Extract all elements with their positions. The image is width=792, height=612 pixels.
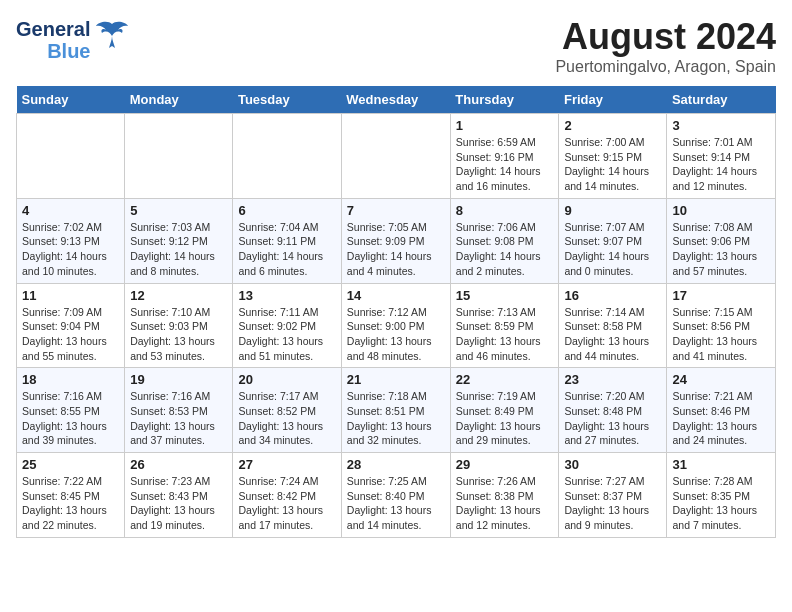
day-number: 5 — [130, 203, 227, 218]
calendar-cell: 2Sunrise: 7:00 AM Sunset: 9:15 PM Daylig… — [559, 114, 667, 199]
day-number: 24 — [672, 372, 770, 387]
day-number: 15 — [456, 288, 554, 303]
day-number: 9 — [564, 203, 661, 218]
calendar-cell: 24Sunrise: 7:21 AM Sunset: 8:46 PM Dayli… — [667, 368, 776, 453]
logo: General Blue — [16, 16, 130, 63]
day-number: 3 — [672, 118, 770, 133]
day-number: 16 — [564, 288, 661, 303]
calendar-cell: 26Sunrise: 7:23 AM Sunset: 8:43 PM Dayli… — [125, 453, 233, 538]
calendar-cell: 5Sunrise: 7:03 AM Sunset: 9:12 PM Daylig… — [125, 198, 233, 283]
day-info: Sunrise: 7:04 AM Sunset: 9:11 PM Dayligh… — [238, 220, 335, 279]
day-number: 13 — [238, 288, 335, 303]
calendar-week-row: 18Sunrise: 7:16 AM Sunset: 8:55 PM Dayli… — [17, 368, 776, 453]
day-number: 7 — [347, 203, 445, 218]
day-number: 14 — [347, 288, 445, 303]
calendar-cell: 29Sunrise: 7:26 AM Sunset: 8:38 PM Dayli… — [450, 453, 559, 538]
calendar-cell — [17, 114, 125, 199]
day-info: Sunrise: 7:16 AM Sunset: 8:55 PM Dayligh… — [22, 389, 119, 448]
weekday-header-row: SundayMondayTuesdayWednesdayThursdayFrid… — [17, 86, 776, 114]
day-number: 8 — [456, 203, 554, 218]
calendar-cell: 13Sunrise: 7:11 AM Sunset: 9:02 PM Dayli… — [233, 283, 341, 368]
calendar-cell: 28Sunrise: 7:25 AM Sunset: 8:40 PM Dayli… — [341, 453, 450, 538]
logo-text-general: General — [16, 18, 90, 40]
calendar-cell — [233, 114, 341, 199]
day-info: Sunrise: 7:05 AM Sunset: 9:09 PM Dayligh… — [347, 220, 445, 279]
title-section: August 2024 Puertomingalvo, Aragon, Spai… — [555, 16, 776, 76]
day-number: 6 — [238, 203, 335, 218]
day-info: Sunrise: 7:27 AM Sunset: 8:37 PM Dayligh… — [564, 474, 661, 533]
calendar-cell: 11Sunrise: 7:09 AM Sunset: 9:04 PM Dayli… — [17, 283, 125, 368]
weekday-header-sunday: Sunday — [17, 86, 125, 114]
day-info: Sunrise: 7:14 AM Sunset: 8:58 PM Dayligh… — [564, 305, 661, 364]
calendar-cell: 8Sunrise: 7:06 AM Sunset: 9:08 PM Daylig… — [450, 198, 559, 283]
calendar-cell: 20Sunrise: 7:17 AM Sunset: 8:52 PM Dayli… — [233, 368, 341, 453]
calendar-week-row: 1Sunrise: 6:59 AM Sunset: 9:16 PM Daylig… — [17, 114, 776, 199]
weekday-header-monday: Monday — [125, 86, 233, 114]
day-number: 28 — [347, 457, 445, 472]
day-number: 11 — [22, 288, 119, 303]
day-info: Sunrise: 7:06 AM Sunset: 9:08 PM Dayligh… — [456, 220, 554, 279]
calendar-week-row: 11Sunrise: 7:09 AM Sunset: 9:04 PM Dayli… — [17, 283, 776, 368]
day-info: Sunrise: 7:22 AM Sunset: 8:45 PM Dayligh… — [22, 474, 119, 533]
day-info: Sunrise: 7:24 AM Sunset: 8:42 PM Dayligh… — [238, 474, 335, 533]
calendar-cell: 3Sunrise: 7:01 AM Sunset: 9:14 PM Daylig… — [667, 114, 776, 199]
calendar-cell: 1Sunrise: 6:59 AM Sunset: 9:16 PM Daylig… — [450, 114, 559, 199]
day-info: Sunrise: 7:01 AM Sunset: 9:14 PM Dayligh… — [672, 135, 770, 194]
day-number: 27 — [238, 457, 335, 472]
day-info: Sunrise: 7:26 AM Sunset: 8:38 PM Dayligh… — [456, 474, 554, 533]
calendar-table: SundayMondayTuesdayWednesdayThursdayFrid… — [16, 86, 776, 538]
calendar-cell: 12Sunrise: 7:10 AM Sunset: 9:03 PM Dayli… — [125, 283, 233, 368]
day-number: 17 — [672, 288, 770, 303]
logo-bird-icon — [94, 16, 130, 59]
day-info: Sunrise: 7:28 AM Sunset: 8:35 PM Dayligh… — [672, 474, 770, 533]
weekday-header-saturday: Saturday — [667, 86, 776, 114]
day-number: 29 — [456, 457, 554, 472]
day-info: Sunrise: 7:23 AM Sunset: 8:43 PM Dayligh… — [130, 474, 227, 533]
calendar-cell: 16Sunrise: 7:14 AM Sunset: 8:58 PM Dayli… — [559, 283, 667, 368]
day-info: Sunrise: 7:03 AM Sunset: 9:12 PM Dayligh… — [130, 220, 227, 279]
calendar-cell: 10Sunrise: 7:08 AM Sunset: 9:06 PM Dayli… — [667, 198, 776, 283]
day-number: 10 — [672, 203, 770, 218]
calendar-cell: 4Sunrise: 7:02 AM Sunset: 9:13 PM Daylig… — [17, 198, 125, 283]
weekday-header-friday: Friday — [559, 86, 667, 114]
calendar-cell: 22Sunrise: 7:19 AM Sunset: 8:49 PM Dayli… — [450, 368, 559, 453]
calendar-cell: 18Sunrise: 7:16 AM Sunset: 8:55 PM Dayli… — [17, 368, 125, 453]
day-info: Sunrise: 6:59 AM Sunset: 9:16 PM Dayligh… — [456, 135, 554, 194]
day-info: Sunrise: 7:09 AM Sunset: 9:04 PM Dayligh… — [22, 305, 119, 364]
calendar-cell: 21Sunrise: 7:18 AM Sunset: 8:51 PM Dayli… — [341, 368, 450, 453]
day-number: 20 — [238, 372, 335, 387]
day-info: Sunrise: 7:16 AM Sunset: 8:53 PM Dayligh… — [130, 389, 227, 448]
day-info: Sunrise: 7:21 AM Sunset: 8:46 PM Dayligh… — [672, 389, 770, 448]
day-info: Sunrise: 7:07 AM Sunset: 9:07 PM Dayligh… — [564, 220, 661, 279]
month-year-title: August 2024 — [555, 16, 776, 58]
calendar-cell: 15Sunrise: 7:13 AM Sunset: 8:59 PM Dayli… — [450, 283, 559, 368]
day-info: Sunrise: 7:20 AM Sunset: 8:48 PM Dayligh… — [564, 389, 661, 448]
location-subtitle: Puertomingalvo, Aragon, Spain — [555, 58, 776, 76]
day-number: 18 — [22, 372, 119, 387]
calendar-cell: 6Sunrise: 7:04 AM Sunset: 9:11 PM Daylig… — [233, 198, 341, 283]
day-info: Sunrise: 7:19 AM Sunset: 8:49 PM Dayligh… — [456, 389, 554, 448]
day-number: 21 — [347, 372, 445, 387]
day-number: 26 — [130, 457, 227, 472]
day-info: Sunrise: 7:11 AM Sunset: 9:02 PM Dayligh… — [238, 305, 335, 364]
weekday-header-thursday: Thursday — [450, 86, 559, 114]
calendar-cell: 23Sunrise: 7:20 AM Sunset: 8:48 PM Dayli… — [559, 368, 667, 453]
calendar-cell: 7Sunrise: 7:05 AM Sunset: 9:09 PM Daylig… — [341, 198, 450, 283]
day-number: 22 — [456, 372, 554, 387]
calendar-cell: 27Sunrise: 7:24 AM Sunset: 8:42 PM Dayli… — [233, 453, 341, 538]
weekday-header-wednesday: Wednesday — [341, 86, 450, 114]
day-info: Sunrise: 7:17 AM Sunset: 8:52 PM Dayligh… — [238, 389, 335, 448]
day-number: 30 — [564, 457, 661, 472]
calendar-cell: 9Sunrise: 7:07 AM Sunset: 9:07 PM Daylig… — [559, 198, 667, 283]
calendar-cell: 19Sunrise: 7:16 AM Sunset: 8:53 PM Dayli… — [125, 368, 233, 453]
day-number: 31 — [672, 457, 770, 472]
day-info: Sunrise: 7:10 AM Sunset: 9:03 PM Dayligh… — [130, 305, 227, 364]
day-info: Sunrise: 7:15 AM Sunset: 8:56 PM Dayligh… — [672, 305, 770, 364]
weekday-header-tuesday: Tuesday — [233, 86, 341, 114]
calendar-cell — [125, 114, 233, 199]
day-number: 23 — [564, 372, 661, 387]
day-number: 12 — [130, 288, 227, 303]
calendar-cell: 14Sunrise: 7:12 AM Sunset: 9:00 PM Dayli… — [341, 283, 450, 368]
day-number: 4 — [22, 203, 119, 218]
day-number: 1 — [456, 118, 554, 133]
